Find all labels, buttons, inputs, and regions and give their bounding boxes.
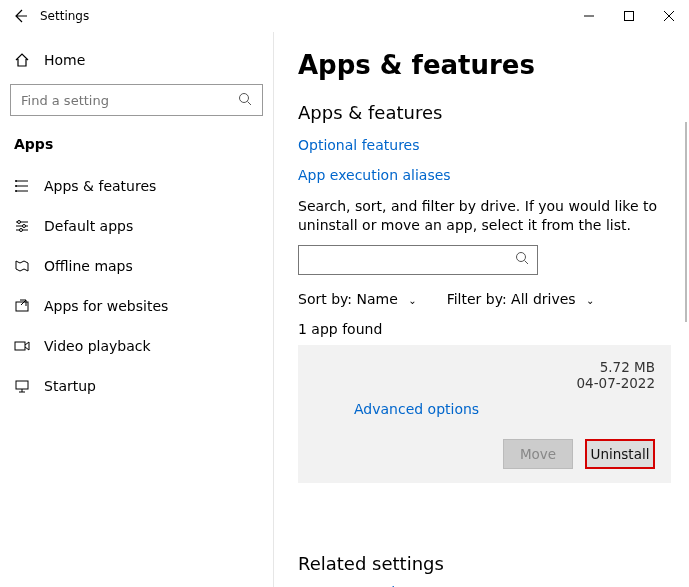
maximize-button[interactable]: [609, 0, 649, 32]
chevron-down-icon: ⌄: [408, 295, 416, 306]
sort-label: Sort by:: [298, 291, 352, 307]
minimize-button[interactable]: [569, 0, 609, 32]
svg-point-15: [18, 221, 21, 224]
sidebar-search[interactable]: [10, 84, 263, 116]
startup-icon: [14, 378, 30, 394]
svg-point-11: [15, 190, 17, 192]
svg-line-25: [525, 261, 529, 265]
nav-offline-maps[interactable]: Offline maps: [10, 246, 273, 286]
filter-dropdown[interactable]: Filter by: All drives ⌄: [447, 291, 595, 307]
svg-point-16: [23, 225, 26, 228]
nav-video-playback[interactable]: Video playback: [10, 326, 273, 366]
button-row: Move Uninstall: [314, 439, 655, 469]
nav-startup[interactable]: Startup: [10, 366, 273, 406]
svg-rect-20: [15, 342, 25, 350]
link-optional-features[interactable]: Optional features: [298, 137, 671, 153]
content-area: Home Apps Apps & features Default apps O…: [0, 32, 689, 587]
related-settings: Related settings Programs and Features: [298, 553, 671, 587]
sort-value: Name: [356, 291, 397, 307]
link-advanced-options[interactable]: Advanced options: [354, 401, 655, 417]
chevron-down-icon: ⌄: [586, 295, 594, 306]
filter-row: Sort by: Name ⌄ Filter by: All drives ⌄: [298, 291, 671, 307]
nav-item-label: Startup: [44, 378, 96, 394]
search-icon: [515, 251, 529, 268]
window-title: Settings: [40, 9, 89, 23]
app-date: 04-07-2022: [577, 375, 655, 391]
filter-label: Filter by:: [447, 291, 507, 307]
section-heading: Apps & features: [298, 102, 671, 123]
nav-apps-websites[interactable]: Apps for websites: [10, 286, 273, 326]
svg-rect-21: [16, 381, 28, 389]
nav-default-apps[interactable]: Default apps: [10, 206, 273, 246]
nav-item-label: Video playback: [44, 338, 151, 354]
back-button[interactable]: [0, 8, 40, 24]
nav-item-label: Apps & features: [44, 178, 156, 194]
filter-value: All drives: [511, 291, 576, 307]
search-icon: [238, 92, 252, 109]
maximize-icon: [624, 11, 634, 21]
link-execution-aliases[interactable]: App execution aliases: [298, 167, 671, 183]
app-search-input[interactable]: [307, 252, 515, 267]
nav-apps-features[interactable]: Apps & features: [10, 166, 273, 206]
nav-item-label: Default apps: [44, 218, 133, 234]
svg-point-24: [517, 253, 526, 262]
close-button[interactable]: [649, 0, 689, 32]
move-button: Move: [503, 439, 573, 469]
app-meta: 5.72 MB 04-07-2022: [577, 359, 655, 391]
open-icon: [14, 298, 30, 314]
app-search[interactable]: [298, 245, 538, 275]
nav-home-label: Home: [44, 52, 85, 68]
sort-dropdown[interactable]: Sort by: Name ⌄: [298, 291, 417, 307]
uninstall-button[interactable]: Uninstall: [585, 439, 655, 469]
close-icon: [664, 11, 674, 21]
svg-point-17: [20, 229, 23, 232]
sidebar-search-input[interactable]: [21, 93, 238, 108]
titlebar: Settings: [0, 0, 689, 32]
nav-item-label: Offline maps: [44, 258, 133, 274]
map-icon: [14, 258, 30, 274]
nav-home[interactable]: Home: [10, 42, 273, 78]
list-icon: [14, 178, 30, 194]
svg-line-5: [248, 101, 252, 105]
video-icon: [14, 338, 30, 354]
result-count: 1 app found: [298, 321, 671, 337]
window-controls: [569, 0, 689, 32]
sidebar-section-label: Apps: [14, 136, 273, 152]
sidebar: Home Apps Apps & features Default apps O…: [0, 32, 273, 587]
home-icon: [14, 52, 30, 68]
svg-point-4: [240, 93, 249, 102]
svg-rect-1: [625, 12, 634, 21]
app-size: 5.72 MB: [577, 359, 655, 375]
arrow-left-icon: [12, 8, 28, 24]
svg-point-10: [15, 185, 17, 187]
minimize-icon: [584, 11, 594, 21]
description-text: Search, sort, and filter by drive. If yo…: [298, 197, 671, 235]
main-panel: Apps & features Apps & features Optional…: [274, 32, 689, 587]
related-heading: Related settings: [298, 553, 671, 574]
app-card[interactable]: 5.72 MB 04-07-2022 Advanced options Move…: [298, 345, 671, 483]
page-title: Apps & features: [298, 50, 671, 80]
scrollbar[interactable]: [685, 122, 687, 322]
svg-point-9: [15, 180, 17, 182]
nav-item-label: Apps for websites: [44, 298, 168, 314]
defaults-icon: [14, 218, 30, 234]
